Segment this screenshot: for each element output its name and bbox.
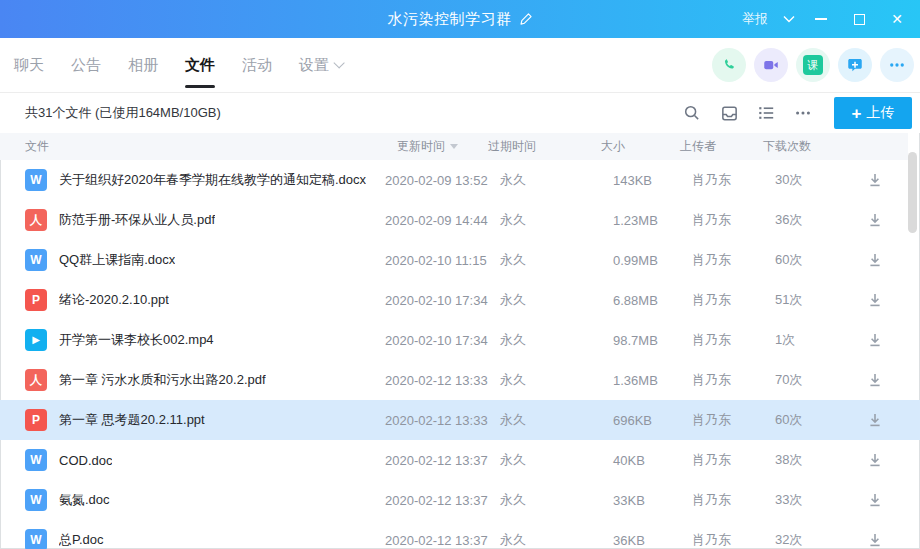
tab-bar-tabs: 聊天 公告 相册 文件 活动 设置 bbox=[14, 38, 341, 92]
file-download-count: 51次 bbox=[775, 291, 855, 309]
file-updated: 2020-02-12 13:33 bbox=[385, 373, 500, 388]
list-view-button[interactable] bbox=[756, 103, 776, 123]
more-actions-button[interactable] bbox=[880, 48, 914, 82]
download-button[interactable] bbox=[863, 288, 887, 312]
class-badge-icon: 课 bbox=[803, 55, 823, 75]
file-updated: 2020-02-12 13:37 bbox=[385, 453, 500, 468]
tab-label: 设置 bbox=[299, 56, 329, 75]
file-expire: 永久 bbox=[500, 531, 613, 549]
file-name: 开学第一课李校长002.mp4 bbox=[59, 331, 214, 349]
download-button[interactable] bbox=[863, 528, 887, 549]
plus-icon: + bbox=[852, 105, 862, 122]
file-updated: 2020-02-10 11:15 bbox=[385, 253, 500, 268]
download-button[interactable] bbox=[863, 408, 887, 432]
file-name: 绪论-2020.2.10.ppt bbox=[59, 291, 169, 309]
download-icon bbox=[867, 412, 883, 428]
file-download-count: 70次 bbox=[775, 371, 855, 389]
table-row[interactable]: W 氨氮.doc 2020-02-12 13:37 永久 33KB 肖乃东 33… bbox=[0, 480, 920, 520]
vertical-scrollbar-thumb[interactable] bbox=[908, 152, 917, 233]
upload-button[interactable]: + 上传 bbox=[834, 97, 912, 129]
file-size: 696KB bbox=[613, 413, 692, 428]
file-updated: 2020-02-12 13:37 bbox=[385, 533, 500, 548]
table-row[interactable]: W 关于组织好2020年春季学期在线教学的通知定稿.docx 2020-02-0… bbox=[0, 160, 920, 200]
download-manager-button[interactable] bbox=[719, 103, 739, 123]
page-title: 水污染控制学习群 bbox=[388, 10, 512, 29]
file-size: 98.7MB bbox=[613, 333, 692, 348]
table-row[interactable]: W 总P.doc 2020-02-12 13:37 永久 36KB 肖乃东 32… bbox=[0, 520, 920, 549]
download-button[interactable] bbox=[863, 328, 887, 352]
header-name: 文件 bbox=[25, 138, 373, 155]
minimize-button[interactable] bbox=[808, 6, 834, 32]
file-expire: 永久 bbox=[500, 371, 613, 389]
file-name: 第一章 污水水质和污水出路20.2.pdf bbox=[59, 371, 266, 389]
tab-5[interactable]: 设置 bbox=[299, 38, 341, 92]
tab-0[interactable]: 聊天 bbox=[14, 38, 44, 92]
close-button[interactable]: ✕ bbox=[884, 6, 910, 32]
tab-4[interactable]: 活动 bbox=[242, 38, 272, 92]
file-updated: 2020-02-10 17:34 bbox=[385, 333, 500, 348]
chevron-down-icon[interactable] bbox=[782, 14, 796, 24]
tab-label: 活动 bbox=[242, 56, 272, 75]
ellipsis-icon bbox=[888, 56, 906, 74]
search-button[interactable] bbox=[682, 103, 702, 123]
file-updated: 2020-02-09 13:52 bbox=[385, 173, 500, 188]
video-call-button[interactable] bbox=[754, 48, 788, 82]
voice-call-button[interactable] bbox=[712, 48, 746, 82]
download-icon bbox=[867, 452, 883, 468]
table-row[interactable]: 人 第一章 污水水质和污水出路20.2.pdf 2020-02-12 13:33… bbox=[0, 360, 920, 400]
tab-label: 公告 bbox=[71, 56, 101, 75]
download-icon bbox=[867, 532, 883, 548]
new-chat-button[interactable] bbox=[838, 48, 872, 82]
chat-bubble-plus-icon bbox=[846, 56, 864, 74]
tab-1[interactable]: 公告 bbox=[71, 38, 101, 92]
chevron-down-icon bbox=[333, 57, 344, 68]
file-uploader: 肖乃东 bbox=[692, 251, 775, 269]
file-size: 143KB bbox=[613, 173, 692, 188]
download-button[interactable] bbox=[863, 488, 887, 512]
download-button[interactable] bbox=[863, 448, 887, 472]
table-row[interactable]: ▶ 开学第一课李校长002.mp4 2020-02-10 17:34 永久 98… bbox=[0, 320, 920, 360]
tab-3[interactable]: 文件 bbox=[185, 38, 215, 92]
table-row[interactable]: 人 防范手册-环保从业人员.pdf 2020-02-09 14:44 永久 1.… bbox=[0, 200, 920, 240]
table-row[interactable]: W QQ群上课指南.docx 2020-02-10 11:15 永久 0.99M… bbox=[0, 240, 920, 280]
maximize-button[interactable] bbox=[846, 6, 872, 32]
file-download-count: 32次 bbox=[775, 531, 855, 549]
phone-icon bbox=[721, 57, 738, 74]
download-button[interactable] bbox=[863, 208, 887, 232]
class-button[interactable]: 课 bbox=[796, 48, 830, 82]
download-icon bbox=[867, 212, 883, 228]
file-name-cell: W QQ群上课指南.docx bbox=[25, 249, 385, 271]
table-row[interactable]: P 绪论-2020.2.10.ppt 2020-02-10 17:34 永久 6… bbox=[0, 280, 920, 320]
file-name-cell: W COD.doc bbox=[25, 449, 385, 471]
tab-2[interactable]: 相册 bbox=[128, 38, 158, 92]
file-download-count: 38次 bbox=[775, 451, 855, 469]
file-updated: 2020-02-12 13:33 bbox=[385, 413, 500, 428]
table-row[interactable]: P 第一章 思考题20.2.11.ppt 2020-02-12 13:33 永久… bbox=[0, 400, 920, 440]
titlebar: 水污染控制学习群 举报 ✕ bbox=[0, 0, 920, 38]
file-name: 氨氮.doc bbox=[59, 491, 110, 509]
file-download-count: 1次 bbox=[775, 331, 855, 349]
search-icon bbox=[683, 104, 701, 122]
file-uploader: 肖乃东 bbox=[692, 531, 775, 549]
more-tools-button[interactable] bbox=[793, 103, 813, 123]
word-file-icon: W bbox=[25, 249, 47, 271]
file-updated: 2020-02-09 14:44 bbox=[385, 213, 500, 228]
edit-title-icon[interactable] bbox=[519, 12, 533, 26]
file-size: 0.99MB bbox=[613, 253, 692, 268]
file-uploader: 肖乃东 bbox=[692, 171, 775, 189]
file-expire: 永久 bbox=[500, 331, 613, 349]
download-button[interactable] bbox=[863, 368, 887, 392]
file-expire: 永久 bbox=[500, 171, 613, 189]
titlebar-controls: 举报 ✕ bbox=[742, 0, 910, 38]
minimize-icon bbox=[815, 18, 827, 20]
file-download-count: 60次 bbox=[775, 411, 855, 429]
file-count-summary: 共31个文件 (已使用164MB/10GB) bbox=[25, 104, 221, 122]
inbox-tray-icon bbox=[720, 104, 739, 123]
download-button[interactable] bbox=[863, 248, 887, 272]
file-name: COD.doc bbox=[59, 453, 112, 468]
header-updated[interactable]: 更新时间 bbox=[373, 138, 488, 155]
ppt-file-icon: P bbox=[25, 409, 47, 431]
report-button[interactable]: 举报 bbox=[742, 10, 768, 28]
table-row[interactable]: W COD.doc 2020-02-12 13:37 永久 40KB 肖乃东 3… bbox=[0, 440, 920, 480]
download-button[interactable] bbox=[863, 168, 887, 192]
